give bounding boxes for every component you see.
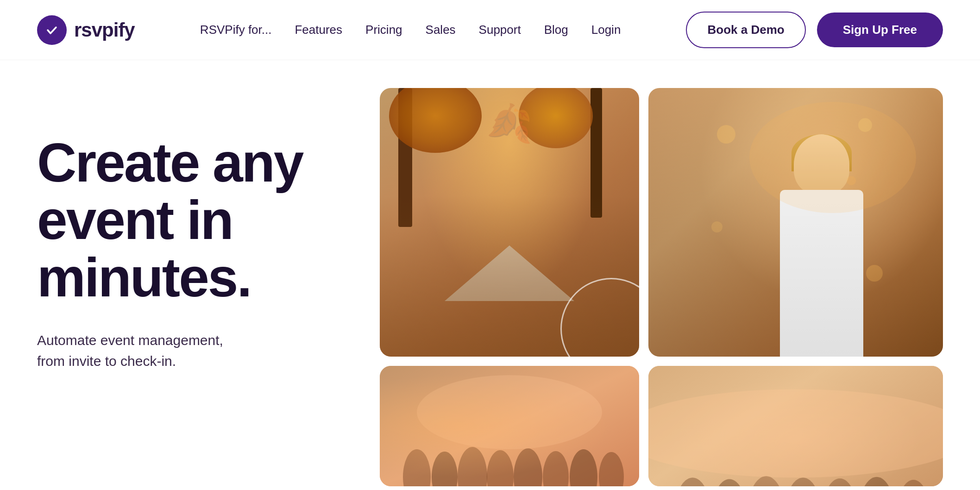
nav-item-blog[interactable]: Blog [544,23,568,37]
svg-point-4 [458,447,487,486]
header-actions: Book a Demo Sign Up Free [686,12,943,48]
main-nav: RSVPify for... Features Pricing Sales Su… [200,23,621,37]
svg-point-18 [648,389,943,478]
tree-foliage-left [389,88,482,153]
hero-title: Create any event in minutes. [37,134,352,307]
tree-foliage-right [519,88,593,148]
crowd-bottom-svg [648,366,943,486]
svg-point-20 [712,479,747,486]
logo-link[interactable]: rsvpify [37,15,135,45]
signup-button[interactable]: Sign Up Free [817,13,943,47]
svg-rect-1 [380,366,639,486]
nav-item-support[interactable]: Support [479,23,521,37]
nav-item-features[interactable]: Features [295,23,342,37]
svg-rect-17 [648,366,943,486]
svg-point-7 [543,451,569,486]
checkmark-icon [44,22,60,38]
svg-point-2 [403,449,431,486]
logo-icon [37,15,67,45]
svg-point-19 [674,477,711,486]
hero-image-bottom-left [380,366,639,486]
svg-point-10 [417,375,602,449]
hero-section: Create any event in minutes. Automate ev… [0,60,980,486]
person-shape [757,134,886,357]
svg-point-25 [897,480,930,486]
svg-point-21 [747,476,785,486]
image-column-left [380,88,639,486]
svg-point-12 [858,118,872,132]
hero-text-block: Create any event in minutes. Automate ev… [37,97,352,371]
svg-point-8 [570,449,597,486]
person-body [780,190,863,357]
nav-item-sales[interactable]: Sales [426,23,456,37]
hero-image-bottom-right [648,366,943,486]
svg-point-0 [44,22,60,38]
book-demo-button[interactable]: Book a Demo [686,12,805,48]
hero-image-right [648,88,943,357]
nav-item-pricing[interactable]: Pricing [365,23,402,37]
svg-point-14 [711,221,722,232]
svg-point-22 [785,477,822,486]
svg-point-11 [717,125,735,144]
image-column-right [648,88,943,486]
hero-image-main [380,88,639,357]
svg-point-5 [487,450,514,486]
scene-details [380,195,639,357]
svg-point-23 [822,478,857,486]
person-head [794,134,849,195]
crowd-scene-svg [380,366,639,486]
nav-item-rsvpify-for[interactable]: RSVPify for... [200,23,272,37]
hero-images [352,88,943,486]
svg-point-3 [432,452,458,486]
hero-subtitle: Automate event management, from invite t… [37,330,352,371]
svg-point-24 [858,477,895,486]
logo-text: rsvpify [74,19,135,41]
svg-point-9 [599,452,624,486]
nav-item-login[interactable]: Login [591,23,621,37]
site-header: rsvpify RSVPify for... Features Pricing … [0,0,980,60]
svg-point-6 [514,448,542,486]
